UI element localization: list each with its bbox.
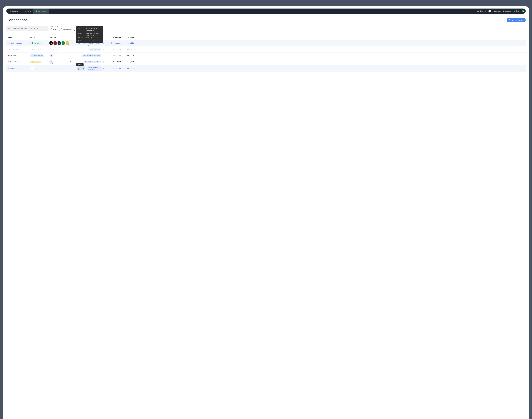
sent-by-tag[interactable]: Sent by Michael Mikkelsen [82,54,101,57]
copy-icon [78,40,79,42]
svg-rect-2 [36,11,37,11]
app-window: Dashboard Flows Connections Sandbox mode… [3,6,529,419]
search-box[interactable] [6,26,48,31]
account-badge-smile[interactable] [65,41,69,45]
send-icon[interactable] [102,48,105,51]
nav-flows-label: Flows [27,10,31,12]
sandbox-label: Sandbox mode [477,10,487,12]
account-badge-search[interactable] [49,60,53,64]
row-name[interactable]: Esther Howard [8,48,30,50]
col-accounts-label: Accounts [49,37,56,38]
column-added[interactable]: Added [121,37,135,38]
column-updated[interactable]: Updated [105,37,121,38]
nav-connections-label: Connections [38,10,47,12]
sandbox-toggle[interactable] [488,10,491,12]
table-row[interactable]: Esther Howard Revoked Sent by Jim Lee [6,46,526,52]
page-title: Connections [6,18,28,22]
row-name[interactable]: Darlene Robertson [8,61,30,63]
resend-tooltip-text: Resend [78,64,82,65]
accounts-cell [49,41,77,45]
connections-table: Name Status Accounts Updated Added Konst… [6,37,526,72]
row-action-group: Resend [77,66,85,70]
nav-dashboard[interactable]: Dashboard [7,9,22,14]
popover-copy-url[interactable]: Click to copy unique URL [78,40,101,42]
user-count: 2,816 users [51,26,79,27]
send-icon[interactable] [102,61,105,63]
table-row[interactable]: Darlene Robertson Attempted Sent by Sara… [6,59,526,65]
table-row[interactable]: Guy Hawkins Sent Resend [6,65,526,72]
sent-by-tag[interactable]: Sent by Sarah Longfield [84,61,101,63]
account-badge-car[interactable] [49,41,53,45]
accounts-cell [49,67,77,70]
nav-developers[interactable]: Developers [503,10,511,12]
filter-status-label: Status [52,29,56,30]
sent-by-tag[interactable]: Sent by Michael Mikkelsen [87,66,102,71]
popover-copy-text: Click to copy unique URL [80,40,95,42]
row-added: Apr 7, 2023 [127,42,135,44]
user-avatar[interactable]: G [522,10,525,13]
account-badge-crown[interactable] [62,41,65,45]
table-row[interactable]: Eleanor Pena Docs uploaded Sent by Micha… [6,52,526,59]
cancel-button[interactable] [81,67,84,70]
smile-icon [66,42,68,44]
account-empty [49,67,53,70]
account-empty [57,48,61,51]
resend-tooltip: Resend [76,63,84,66]
nav-coverage[interactable]: Coverage [494,10,501,12]
row-name[interactable]: Konstantin Andersen [8,42,30,44]
status-pill-connected: Connected [30,42,42,44]
svg-point-1 [10,11,11,11]
status-pill-sent: Sent [30,67,38,70]
row-added: Apr 7, 2023 [127,48,135,50]
nav-flows[interactable]: Flows [22,9,33,14]
magnifier-icon [51,61,52,63]
status-pill-attempted: Attempted [30,61,41,63]
attempted-icon [31,61,33,63]
filter-income-source[interactable]: Income source [61,28,75,31]
col-added-label: Added [130,37,135,38]
nav-dashboard-label: Dashboard [12,10,19,12]
nav-settings[interactable]: Settings [514,10,519,12]
account-badge-food[interactable] [53,41,57,45]
account-badge-doc[interactable] [49,54,53,57]
column-accounts: Accounts [49,37,77,38]
chevron-down-icon [73,29,74,30]
status-pill-revoked: Revoked [30,48,40,51]
send-small-icon [32,68,33,69]
status-text: Revoked [34,49,39,50]
dashboard-icon [9,10,11,12]
popover-recipient-email: k.andersenj@yahoo.com [86,32,100,34]
popover-recipient-phone: (208) 555-0112 [86,35,95,36]
search-input[interactable] [12,28,46,29]
verify-person-icon [509,19,510,21]
row-name[interactable]: Guy Hawkins [8,68,30,69]
row-updated: 5 minutes ago [111,42,121,44]
check-circle-icon [31,42,33,44]
crown-icon [63,42,64,44]
account-badge-water[interactable] [57,41,61,45]
column-name[interactable]: Name [8,37,30,38]
cursor-hand-icon [78,68,80,70]
status-text: Connected [34,42,40,44]
row-added: Apr 2, 2023 [127,68,135,69]
send-icon[interactable] [103,67,105,70]
account-empty [57,67,61,70]
row-updated: Apr 7, 2023 [113,55,121,56]
row-updated: Apr 5, 2023 [113,68,121,69]
sent-by-popover[interactable]: Flow Borrower Dashboard Customization Re… [76,26,103,43]
account-empty [49,48,53,51]
status-text: Docs uploaded [34,55,43,56]
filter-status[interactable]: Status [51,28,60,31]
popover-flow-label: Flow [78,27,84,32]
accounts-cell [49,60,77,64]
start-verification-button[interactable]: Start verification [507,18,526,22]
cursor-hand-icon [87,44,89,46]
sent-by-tag[interactable]: Sent by Jim Lee [89,48,101,51]
send-icon[interactable] [102,54,105,57]
start-verification-label: Start verification [512,19,523,21]
popover-date-label: Date sent [78,37,84,39]
nav-connections[interactable]: Connections [33,9,49,14]
row-name[interactable]: Eleanor Pena [8,55,30,56]
status-text: Sent [34,68,37,69]
car-icon [50,42,52,44]
